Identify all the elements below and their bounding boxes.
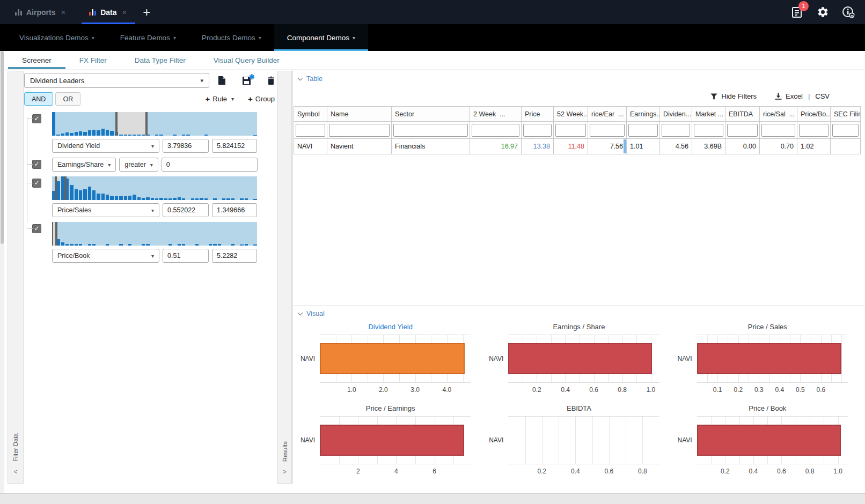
column-filter-input[interactable] bbox=[799, 124, 829, 137]
new-tab-button[interactable]: + bbox=[135, 0, 158, 24]
rule-checkbox[interactable]: ✓ bbox=[32, 179, 41, 188]
save-filter-button[interactable]: ✱ bbox=[242, 76, 251, 85]
column-header[interactable]: Name bbox=[327, 107, 392, 122]
histogram-price-book[interactable] bbox=[52, 222, 257, 246]
field-select[interactable]: Price/Book ▾ bbox=[52, 249, 159, 263]
rule-list: ✓ Dividend Yield ▾ ✓ bbox=[24, 112, 275, 263]
column-filter-input[interactable] bbox=[296, 124, 325, 137]
compare-value-input[interactable] bbox=[162, 158, 258, 172]
column-filter-input[interactable] bbox=[727, 124, 758, 137]
field-select[interactable]: Price/Sales ▾ bbox=[52, 203, 159, 217]
column-header[interactable]: 52 Week... bbox=[554, 107, 588, 122]
filter-data-collapse-strip[interactable]: Filter Data < bbox=[8, 71, 24, 484]
operator-select[interactable]: greater ▾ bbox=[119, 158, 158, 172]
min-value-input[interactable] bbox=[163, 203, 209, 217]
visual-section-header[interactable]: Visual bbox=[298, 310, 325, 317]
min-value-input[interactable] bbox=[163, 139, 209, 153]
add-rule-button[interactable]: + Rule ▾ bbox=[206, 94, 234, 103]
export-excel-button[interactable]: Excel bbox=[786, 92, 803, 100]
bar-NAVI[interactable] bbox=[508, 343, 652, 374]
histogram-bar bbox=[146, 197, 149, 200]
close-icon[interactable]: × bbox=[60, 8, 67, 17]
table-section-header[interactable]: Table bbox=[298, 75, 322, 83]
column-header[interactable]: SEC Filin... bbox=[831, 107, 861, 122]
column-filter-input[interactable] bbox=[393, 124, 468, 137]
column-header[interactable]: EBITDA bbox=[725, 107, 760, 122]
column-filter-input[interactable] bbox=[761, 124, 795, 137]
field-select[interactable]: Dividend Yield ▾ bbox=[52, 139, 159, 153]
export-csv-button[interactable]: CSV bbox=[815, 92, 830, 100]
table-row[interactable]: NAVINavientFinancials16.9713.3811.487.56… bbox=[294, 139, 861, 154]
rule-checkbox[interactable]: ✓ bbox=[32, 160, 41, 169]
notifications-button[interactable]: 1 bbox=[790, 5, 804, 19]
bar-NAVI[interactable] bbox=[697, 425, 841, 456]
histogram-range-handle[interactable] bbox=[55, 222, 57, 246]
histogram-range-handle[interactable] bbox=[145, 112, 148, 136]
rule-checkbox[interactable]: ✓ bbox=[32, 224, 41, 233]
max-value-input[interactable] bbox=[212, 139, 257, 153]
rule-checkbox[interactable]: ✓ bbox=[32, 114, 41, 123]
menu-products-demos[interactable]: Products Demos ▾ bbox=[189, 24, 274, 51]
column-filter-input[interactable] bbox=[590, 124, 625, 137]
column-header[interactable]: Dividen... bbox=[660, 107, 692, 122]
menu-component-demos[interactable]: Component Demos ▾ bbox=[274, 24, 368, 51]
column-header[interactable]: rice/Ear ... bbox=[588, 107, 627, 122]
gridline bbox=[575, 417, 576, 464]
settings-button[interactable] bbox=[816, 5, 830, 19]
column-header[interactable]: Earnings... bbox=[627, 107, 660, 122]
histogram-bar bbox=[168, 198, 172, 200]
column-filter-input[interactable] bbox=[662, 124, 690, 137]
histogram-bar bbox=[106, 130, 109, 136]
histogram-range-handle[interactable] bbox=[115, 112, 118, 136]
histogram-range-handle[interactable] bbox=[64, 176, 67, 200]
field-select[interactable]: Earnings/Share ▾ bbox=[52, 158, 116, 172]
bar-NAVI[interactable] bbox=[320, 425, 464, 456]
histogram-range-handle[interactable] bbox=[55, 176, 57, 200]
tab-fx-filter[interactable]: FX Filter bbox=[65, 51, 121, 69]
column-header[interactable]: Price bbox=[522, 107, 554, 122]
tab-data-type-filter[interactable]: Data Type Filter bbox=[121, 51, 200, 69]
app-tab-data[interactable]: Data × bbox=[82, 0, 135, 24]
bar-NAVI[interactable] bbox=[320, 343, 465, 374]
plus-icon: + bbox=[248, 94, 253, 103]
histogram-dividend-yield[interactable] bbox=[52, 112, 257, 136]
histogram-price-sales[interactable] bbox=[52, 176, 257, 200]
histogram-range-handle[interactable] bbox=[52, 222, 53, 246]
info-button[interactable] bbox=[841, 5, 855, 19]
collapse-left-icon[interactable]: < bbox=[13, 468, 17, 476]
tab-screener[interactable]: Screener bbox=[8, 51, 65, 69]
column-filter-input[interactable] bbox=[832, 124, 859, 137]
column-header[interactable]: Market ... bbox=[692, 107, 725, 122]
column-filter-input[interactable] bbox=[694, 124, 723, 137]
add-group-button[interactable]: + Group bbox=[248, 94, 275, 103]
or-button[interactable]: OR bbox=[55, 92, 80, 106]
left-scrollbar[interactable] bbox=[0, 51, 4, 493]
column-header[interactable]: Sector bbox=[392, 107, 470, 122]
column-filter-input[interactable] bbox=[555, 124, 586, 137]
min-value-input[interactable] bbox=[163, 249, 209, 263]
column-header[interactable]: Symbol bbox=[294, 107, 327, 122]
preset-combobox[interactable]: Dividend Leaders ▾ bbox=[24, 73, 209, 88]
column-header[interactable]: rice/Sal ... bbox=[760, 107, 797, 122]
app-tab-airports[interactable]: Airports × bbox=[8, 0, 74, 24]
max-value-input[interactable] bbox=[212, 249, 257, 263]
column-filter-input[interactable] bbox=[523, 124, 552, 137]
results-collapse-strip[interactable]: Results > bbox=[277, 71, 292, 484]
new-filter-button[interactable] bbox=[218, 76, 226, 85]
collapse-right-icon[interactable]: > bbox=[283, 468, 287, 476]
max-value-input[interactable] bbox=[212, 203, 257, 217]
scrollbar-thumb[interactable] bbox=[1, 51, 4, 244]
column-header[interactable]: 2 Week ... bbox=[470, 107, 522, 122]
delete-filter-button[interactable] bbox=[267, 76, 275, 85]
tab-visual-query-builder[interactable]: Visual Query Builder bbox=[200, 51, 294, 69]
menu-visualizations-demos[interactable]: Visualizations Demos ▾ bbox=[6, 24, 107, 51]
and-button[interactable]: AND bbox=[24, 92, 53, 106]
column-filter-input[interactable] bbox=[329, 124, 390, 137]
close-icon[interactable]: × bbox=[121, 8, 128, 17]
column-filter-input[interactable] bbox=[472, 124, 519, 137]
bar-NAVI[interactable] bbox=[697, 343, 842, 374]
menu-feature-demos[interactable]: Feature Demos ▾ bbox=[107, 24, 189, 51]
column-filter-input[interactable] bbox=[628, 124, 658, 137]
column-header[interactable]: Price/Bo... bbox=[797, 107, 831, 122]
hide-filters-button[interactable]: Hide Filters bbox=[710, 92, 757, 100]
